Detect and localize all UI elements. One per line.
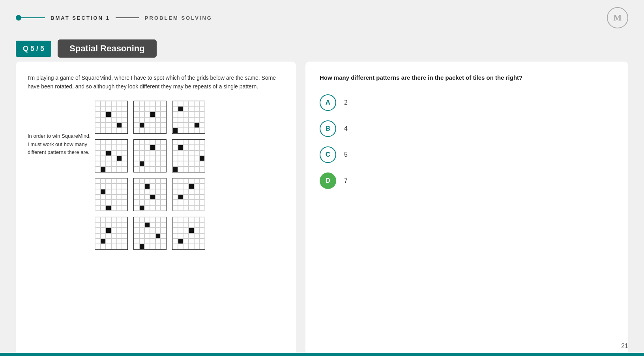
tile-cell	[189, 150, 194, 156]
tile-cell	[117, 145, 122, 150]
bottom-bar	[0, 353, 644, 356]
tile-cell	[161, 156, 166, 161]
tile-cell	[155, 200, 161, 205]
tile-cell	[144, 156, 150, 161]
tile-cell	[178, 167, 183, 172]
option-value-d: 7	[344, 177, 348, 184]
tile-cell	[155, 101, 161, 107]
right-panel: How many different patterns are there in…	[305, 62, 628, 354]
tile-cell	[155, 178, 161, 184]
tile-cell	[95, 178, 101, 184]
tile-cell	[199, 128, 205, 133]
tile-cell	[178, 244, 183, 249]
answer-option-a[interactable]: A2	[320, 94, 614, 111]
tile-cell	[144, 167, 150, 172]
answer-option-d[interactable]: D7	[320, 172, 614, 189]
tile-cell	[101, 140, 106, 145]
tile-cell	[122, 205, 127, 211]
intro-text: I'm playing a game of SquareMind, where …	[28, 73, 284, 91]
tile-cell	[101, 200, 106, 205]
tile-cell	[150, 200, 155, 205]
tile-cell	[194, 161, 200, 167]
tile-cell	[122, 112, 127, 117]
tile-cell	[111, 106, 117, 112]
tile-cell	[155, 217, 161, 223]
option-circle-a: A	[320, 94, 336, 111]
tile-cell	[139, 140, 145, 145]
tile-cell	[178, 200, 183, 205]
tile-cell	[194, 189, 200, 195]
tile-cell	[101, 233, 106, 239]
tile-cell	[199, 101, 205, 107]
tile-cell	[111, 205, 117, 211]
tile-cell	[117, 189, 122, 195]
tile-cell	[139, 200, 145, 205]
tile-cell	[155, 184, 161, 189]
tile-cell	[172, 101, 178, 107]
tile-cell	[161, 117, 166, 123]
tile-cell	[111, 200, 117, 205]
answer-option-b[interactable]: B4	[320, 120, 614, 137]
tile-cell	[139, 217, 145, 223]
tile-cell	[95, 112, 101, 117]
tile-cell	[117, 161, 122, 167]
tile-cell	[155, 167, 161, 172]
tile-cell	[106, 184, 111, 189]
tile-cell	[183, 189, 189, 195]
tile-cell	[178, 184, 183, 189]
tile-cell	[106, 101, 111, 107]
tile-cell	[106, 233, 111, 239]
tile-cell	[161, 184, 166, 189]
tile-cell	[178, 128, 183, 133]
tile-cell	[183, 106, 189, 112]
side-text: In order to win SquareMind, I must work …	[28, 101, 91, 250]
tile-cell	[144, 217, 150, 223]
tile-cell	[194, 205, 200, 211]
answer-option-c[interactable]: C5	[320, 146, 614, 163]
grids-container	[95, 101, 205, 250]
tile-cell	[144, 205, 150, 211]
tile-cell	[117, 195, 122, 200]
tile-cell	[172, 106, 178, 112]
tile-cell	[134, 244, 139, 249]
tile-cell	[150, 244, 155, 249]
tile-cell	[178, 195, 183, 200]
tile-cell	[189, 238, 194, 244]
tile-cell	[144, 233, 150, 239]
tile-cell	[95, 228, 101, 233]
tile-cell	[117, 217, 122, 223]
tile-cell	[134, 156, 139, 161]
tile-cell	[155, 106, 161, 112]
tile-cell	[139, 101, 145, 107]
tile-cell	[155, 140, 161, 145]
tile-cell	[139, 167, 145, 172]
tile-cell	[161, 101, 166, 107]
tile-cell	[95, 205, 101, 211]
tile-cell	[144, 150, 150, 156]
tile-cell	[194, 238, 200, 244]
tile-cell	[134, 217, 139, 223]
tile-grid-7	[95, 178, 128, 211]
tile-cell	[144, 195, 150, 200]
tile-cell	[178, 238, 183, 244]
tile-cell	[117, 238, 122, 244]
tile-cell	[117, 140, 122, 145]
tile-cell	[106, 222, 111, 228]
tile-cell	[178, 156, 183, 161]
tile-cell	[95, 222, 101, 228]
tile-cell	[111, 117, 117, 123]
tile-cell	[134, 228, 139, 233]
main-content: I'm playing a game of SquareMind, where …	[0, 62, 644, 354]
tile-cell	[117, 244, 122, 249]
tile-cell	[95, 161, 101, 167]
tile-cell	[139, 156, 145, 161]
tile-cell	[139, 233, 145, 239]
logo: M	[607, 7, 628, 28]
tile-cell	[95, 106, 101, 112]
tile-cell	[144, 122, 150, 128]
tile-cell	[178, 189, 183, 195]
tile-cell	[199, 228, 205, 233]
tile-cell	[178, 117, 183, 123]
tile-cell	[144, 161, 150, 167]
tile-cell	[183, 205, 189, 211]
